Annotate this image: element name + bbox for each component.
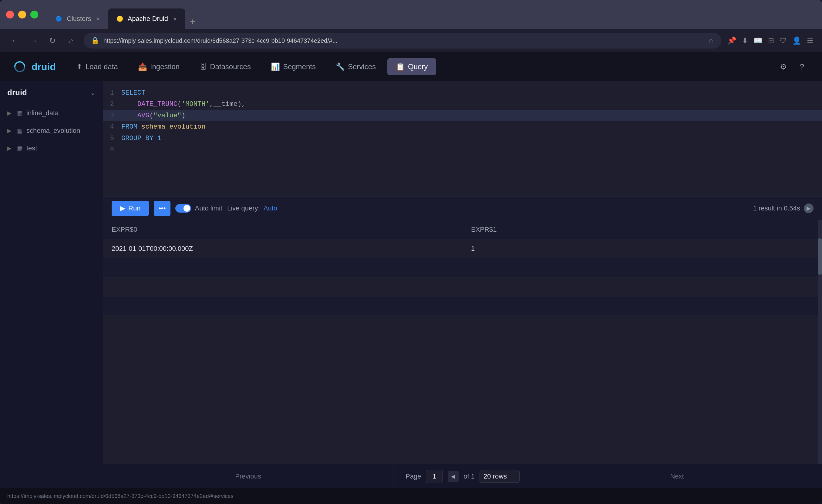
profile-icon[interactable]: 👤: [792, 36, 801, 45]
address-bar[interactable]: 🔒 https://imply-sales.implycloud.com/dru…: [84, 33, 721, 48]
reader-icon[interactable]: 📖: [754, 36, 763, 45]
result-info-text: 1 result in 0.54s: [753, 204, 800, 212]
nav-services[interactable]: 🔧 Services: [327, 58, 384, 75]
code-line-3: 3 AVG("value"): [103, 110, 822, 121]
sidebar-item-label: test: [26, 144, 37, 152]
code-editor[interactable]: 1 SELECT 2 DATE_TRUNC('MONTH',__time),: [103, 81, 822, 196]
sidebar: druid ⌄ ▶ ▦ inline_data ▶ ▦ schema_evolu…: [0, 81, 103, 488]
security-icon: 🔒: [91, 37, 99, 45]
menu-icon[interactable]: ☰: [807, 36, 814, 45]
table-row-empty-3: [103, 297, 822, 316]
table-cell-empty: [463, 297, 822, 316]
sidebar-item-label: inline_data: [26, 109, 58, 117]
table-icon: ▦: [17, 145, 23, 152]
tab-druid[interactable]: 🟡 Apache Druid ✕: [108, 8, 185, 29]
nav-load-data[interactable]: ⬆ Load data: [68, 58, 126, 75]
clusters-tab-close[interactable]: ✕: [95, 16, 101, 22]
sidebar-item-schema-evolution[interactable]: ▶ ▦ schema_evolution: [0, 122, 103, 139]
nav-datasources[interactable]: 🗄 Datasources: [191, 58, 259, 75]
sidebar-collapse-button[interactable]: ⌄: [90, 89, 95, 97]
run-button[interactable]: ▶ Run: [112, 201, 149, 216]
nav-query-label: Query: [408, 62, 428, 71]
grid-icon[interactable]: ⊞: [768, 36, 774, 45]
new-tab-button[interactable]: +: [185, 14, 200, 29]
previous-page-button[interactable]: Previous: [103, 464, 393, 488]
back-button[interactable]: ←: [8, 34, 21, 47]
code-line-4: 4 FROM schema_evolution: [103, 121, 822, 132]
pocket-icon[interactable]: 📌: [727, 36, 737, 45]
previous-label: Previous: [235, 472, 261, 480]
url-text: https://imply-sales.implycloud.com/druid…: [103, 37, 338, 44]
settings-button[interactable]: ⚙: [775, 59, 791, 75]
help-button[interactable]: ?: [794, 59, 810, 75]
druid-tab-close[interactable]: ✕: [172, 16, 178, 22]
live-query-label: Live query: Auto: [227, 204, 277, 212]
nav-query[interactable]: 📋 Query: [387, 58, 436, 75]
column-header-expr1: EXPR$1: [463, 220, 822, 239]
table-header-row: EXPR$0 EXPR$1: [103, 220, 822, 239]
table-scrollbar[interactable]: [818, 220, 822, 464]
druid-logo-icon: [12, 59, 27, 74]
home-button[interactable]: ⌂: [65, 34, 78, 47]
page-input[interactable]: [426, 470, 443, 483]
datasources-icon: 🗄: [199, 62, 207, 71]
nav-load-data-label: Load data: [85, 62, 118, 71]
forward-button[interactable]: →: [27, 34, 40, 47]
expand-icon: ▶: [7, 145, 13, 152]
main-content: druid ⌄ ▶ ▦ inline_data ▶ ▦ schema_evolu…: [0, 81, 822, 488]
scrollbar-thumb[interactable]: [818, 238, 822, 275]
tabs-row: 🔵 Clusters ✕ 🟡 Apache Druid ✕ +: [47, 0, 816, 29]
status-url: https://imply-sales.implycloud.com/druid…: [7, 493, 233, 499]
code-line-5: 5 GROUP BY 1: [103, 133, 822, 144]
result-info: 1 result in 0.54s ▶: [753, 203, 814, 213]
sidebar-item-label: schema_evolution: [26, 127, 80, 135]
browser-addressbar: ← → ↻ ⌂ 🔒 https://imply-sales.implycloud…: [0, 29, 822, 52]
browser-action-icons: 📌 ⬇ 📖 ⊞ 🛡 👤 ☰: [727, 36, 814, 45]
line-number-4: 4: [103, 121, 121, 132]
sidebar-item-test[interactable]: ▶ ▦ test: [0, 139, 103, 157]
nav-ingestion[interactable]: 📥 Ingestion: [129, 58, 188, 75]
app-logo-text: druid: [32, 61, 56, 72]
sidebar-title: druid: [7, 88, 27, 97]
query-toolbar: ▶ Run ••• Auto limit Live query: Auto 1 …: [103, 196, 822, 220]
bookmark-icon[interactable]: ☆: [708, 37, 714, 45]
download-icon[interactable]: ⬇: [742, 36, 748, 45]
col-header-label: EXPR$1: [471, 225, 496, 233]
shield-icon[interactable]: 🛡: [780, 36, 787, 45]
next-label: Next: [670, 472, 684, 480]
line-number-6: 6: [103, 144, 121, 155]
col-header-label: EXPR$0: [112, 225, 137, 233]
reload-button[interactable]: ↻: [46, 34, 59, 47]
auto-limit-toggle[interactable]: [175, 204, 191, 212]
table-row: 2021-01-01T00:00:00.000Z 1: [103, 239, 822, 259]
minimize-button[interactable]: [18, 11, 26, 18]
traffic-lights: [6, 11, 38, 18]
rows-per-page-select[interactable]: 20 rows 50 rows 100 rows: [479, 470, 520, 483]
pagination-center: Page ◀ of 1 20 rows 50 rows 100 rows: [393, 470, 532, 483]
nav-segments-label: Segments: [283, 62, 316, 71]
clusters-tab-label: Clusters: [67, 15, 91, 23]
maximize-button[interactable]: [30, 11, 38, 18]
druid-tab-favicon: 🟡: [115, 15, 124, 23]
table-cell-empty: [103, 259, 463, 278]
nav-segments[interactable]: 📊 Segments: [262, 58, 324, 75]
code-line-6: 6: [103, 144, 822, 155]
more-options-button[interactable]: •••: [154, 201, 170, 216]
expand-icon: ▶: [7, 110, 13, 116]
live-query-value[interactable]: Auto: [264, 204, 277, 212]
query-area: 1 SELECT 2 DATE_TRUNC('MONTH',__time),: [103, 81, 822, 488]
table-cell-empty: [463, 259, 822, 278]
results-table-container: EXPR$0 EXPR$1 2021-01-01T00:00:00.000Z 1: [103, 220, 822, 464]
page-nav-button[interactable]: ◀: [448, 471, 459, 482]
next-page-button[interactable]: Next: [532, 464, 822, 488]
result-info-icon[interactable]: ▶: [804, 203, 814, 213]
tab-clusters[interactable]: 🔵 Clusters ✕: [47, 8, 108, 29]
app-logo: druid: [12, 59, 56, 74]
line-number-3: 3: [103, 110, 121, 121]
app-topnav: druid ⬆ Load data 📥 Ingestion 🗄 Datasour…: [0, 52, 822, 81]
sidebar-item-inline-data[interactable]: ▶ ▦ inline_data: [0, 104, 103, 122]
close-button[interactable]: [6, 11, 14, 18]
run-label: Run: [128, 204, 140, 212]
run-icon: ▶: [120, 204, 125, 212]
line-number-1: 1: [103, 87, 121, 98]
